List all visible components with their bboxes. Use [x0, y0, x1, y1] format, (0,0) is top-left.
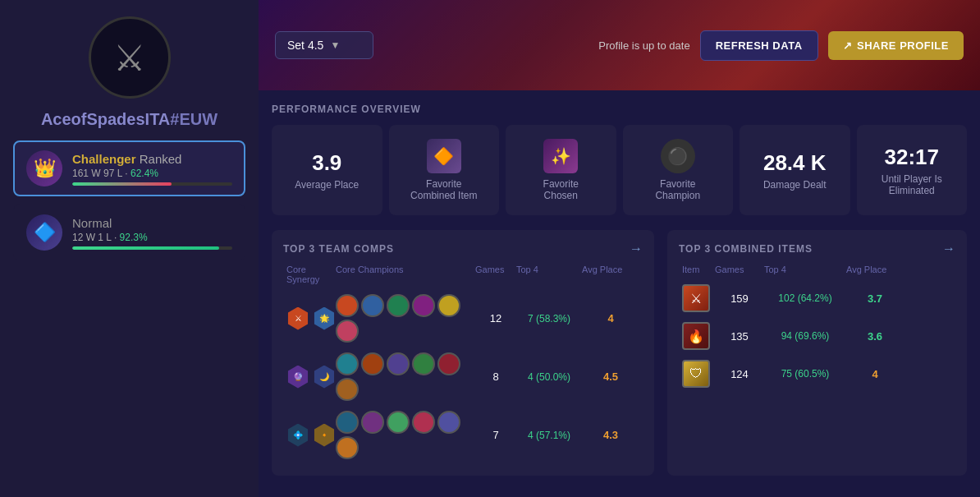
fav-champ-icon: ⚫ — [661, 139, 695, 173]
perf-cards: 3.9 Average Place 🔶 FavoriteCombined Ite… — [272, 125, 967, 215]
ranked-type-label: Ranked — [140, 152, 182, 166]
ranked-wl: 161 W 97 L — [72, 168, 122, 179]
games-val-2: 8 — [475, 370, 516, 383]
col-core-champions: Core Champions — [336, 265, 475, 284]
item-avgplace-3: 4 — [846, 368, 904, 380]
fav-champ-label: FavoriteChampion — [655, 178, 700, 201]
perf-card-damage: 28.4 K Damage Dealt — [740, 125, 850, 215]
champ-icon — [336, 436, 359, 459]
champ-icon — [336, 320, 359, 343]
champ-icon — [336, 378, 359, 401]
games-val-3: 7 — [475, 429, 516, 441]
synergy-icon: 💠 — [286, 424, 309, 447]
sidebar: ⚔ AceofSpadesITA#EUW 👑 Challenger Ranked… — [0, 0, 259, 497]
team-comps-title: TOP 3 TEAM COMPS — [283, 243, 394, 255]
perf-card-avg-place: 3.9 Average Place — [272, 125, 382, 215]
synergy-icon: ⚔ — [286, 307, 309, 330]
item-icon-1: ⚔ — [682, 284, 710, 312]
combined-items-link-icon[interactable]: → — [942, 242, 955, 256]
synergy-icons-1: ⚔ 🌟 — [286, 307, 336, 330]
champ-icon — [437, 352, 460, 375]
champ-icons-3 — [336, 411, 475, 459]
item-icon-2: 🔥 — [682, 322, 710, 350]
top4-val-1: 7 (58.3%) — [516, 313, 582, 324]
ranked-title: Challenger Ranked — [72, 152, 232, 166]
synergy-icons-3: 💠 🔸 — [286, 424, 336, 447]
combined-items-panel: TOP 3 COMBINED ITEMS → Item Games Top 4 … — [667, 230, 967, 476]
ranked-winrate: 62.4% — [131, 168, 158, 179]
profile-status-text: Profile is up to date — [598, 39, 689, 52]
ranked-card[interactable]: 👑 Challenger Ranked 161 W 97 L · 62.4% — [13, 140, 245, 196]
combined-item-row[interactable]: 🛡 124 75 (60.5%) 4 — [679, 355, 955, 393]
champ-icon — [336, 352, 359, 375]
games-val-1: 12 — [475, 312, 516, 324]
share-profile-button[interactable]: ↗ SHARE PROFILE — [828, 31, 964, 60]
combined-item-row[interactable]: ⚔ 159 102 (64.2%) 3.7 — [679, 279, 955, 317]
normal-card[interactable]: 🔷 Normal 12 W 1 L · 92.3% — [13, 205, 245, 260]
chevron-down-icon: ▼ — [330, 39, 340, 51]
col-games-ci: Games — [715, 265, 764, 274]
champ-icon — [412, 411, 435, 434]
synergy-icon: 🌙 — [313, 366, 336, 389]
avatar-icon: ⚔ — [113, 37, 145, 79]
perf-card-fav-champ: ⚫ FavoriteChampion — [623, 125, 734, 215]
champ-icon — [412, 294, 435, 317]
avgplace-val-1: 4 — [582, 312, 639, 324]
ranked-progress-fill — [72, 182, 172, 186]
team-comp-row[interactable]: 💠 🔸 7 4 (57.1%) 4.3 — [283, 406, 643, 464]
perf-card-fav-chosen: ✨ FavoriteChosen — [506, 125, 616, 215]
normal-info: Normal 12 W 1 L · 92.3% — [72, 216, 232, 250]
username: AceofSpadesITA#EUW — [41, 110, 218, 129]
synergy-icon: 🔸 — [313, 424, 336, 447]
col-item: Item — [682, 265, 715, 274]
col-core-synergy: Core Synergy — [286, 265, 336, 284]
item-top4-2: 94 (69.6%) — [764, 330, 846, 342]
top4-val-2: 4 (50.0%) — [516, 371, 582, 383]
username-text: AceofSpadesITA — [41, 110, 170, 128]
combined-items-header-row: TOP 3 COMBINED ITEMS → — [679, 242, 955, 256]
normal-record: 12 W 1 L · 92.3% — [72, 232, 232, 243]
normal-wl: 12 W 1 L — [72, 232, 112, 243]
champ-icon — [412, 352, 435, 375]
normal-winrate: 92.3% — [120, 232, 148, 243]
top4-val-3: 4 (57.1%) — [516, 430, 582, 441]
item-top4-1: 102 (64.2%) — [764, 292, 846, 304]
username-tag: #EUW — [170, 110, 218, 128]
perf-card-time: 32:17 Until Player IsEliminated — [857, 125, 968, 215]
bottom-section: TOP 3 TEAM COMPS → Core Synergy Core Cha… — [272, 230, 967, 476]
synergy-icon: 🔮 — [286, 366, 309, 389]
fav-chosen-label: FavoriteChosen — [543, 178, 579, 201]
normal-progress-bar — [72, 246, 232, 250]
item-games-3: 124 — [715, 368, 764, 380]
col-avg-place-ci: Avg Place — [846, 265, 904, 274]
team-comps-header-row: TOP 3 TEAM COMPS → — [283, 242, 643, 256]
champ-icon — [361, 352, 384, 375]
damage-label: Damage Dealt — [763, 179, 827, 191]
item-top4-3: 75 (60.5%) — [764, 368, 846, 380]
set-dropdown[interactable]: Set 4.5 ▼ — [275, 31, 373, 59]
banner-content: Set 4.5 ▼ Profile is up to date REFRESH … — [275, 30, 964, 61]
champ-icon — [387, 411, 410, 434]
team-comps-link-icon[interactable]: → — [630, 242, 643, 256]
fav-combined-label: FavoriteCombined Item — [410, 178, 477, 201]
combined-item-row[interactable]: 🔥 135 94 (69.6%) 3.6 — [679, 317, 955, 355]
team-comp-row[interactable]: ⚔ 🌟 12 7 (58.3%) 4 — [283, 289, 643, 347]
champ-icons-2 — [336, 352, 475, 401]
col-avg-place: Avg Place — [582, 265, 639, 284]
champ-icon — [336, 411, 359, 434]
champ-icon — [361, 411, 384, 434]
col-top4-ci: Top 4 — [764, 265, 846, 274]
team-comp-row[interactable]: 🔮 🌙 8 4 (50.0%) 4.5 — [283, 347, 643, 406]
normal-emblem: 🔷 — [26, 214, 62, 251]
ranked-rank-label: Challenger — [72, 152, 136, 166]
item-avgplace-1: 3.7 — [846, 292, 904, 305]
perf-overview-title: PERFORMANCE OVERVIEW — [272, 104, 967, 115]
item-avgplace-2: 3.6 — [846, 330, 904, 343]
perf-card-fav-combined: 🔶 FavoriteCombined Item — [389, 125, 500, 215]
col-games: Games — [475, 265, 516, 284]
main-area: Set 4.5 ▼ Profile is up to date REFRESH … — [259, 0, 980, 497]
refresh-button[interactable]: REFRESH DATA — [700, 30, 818, 61]
damage-value: 28.4 K — [763, 150, 827, 176]
ranked-progress-bar — [72, 182, 232, 186]
synergy-icons-2: 🔮 🌙 — [286, 366, 336, 389]
